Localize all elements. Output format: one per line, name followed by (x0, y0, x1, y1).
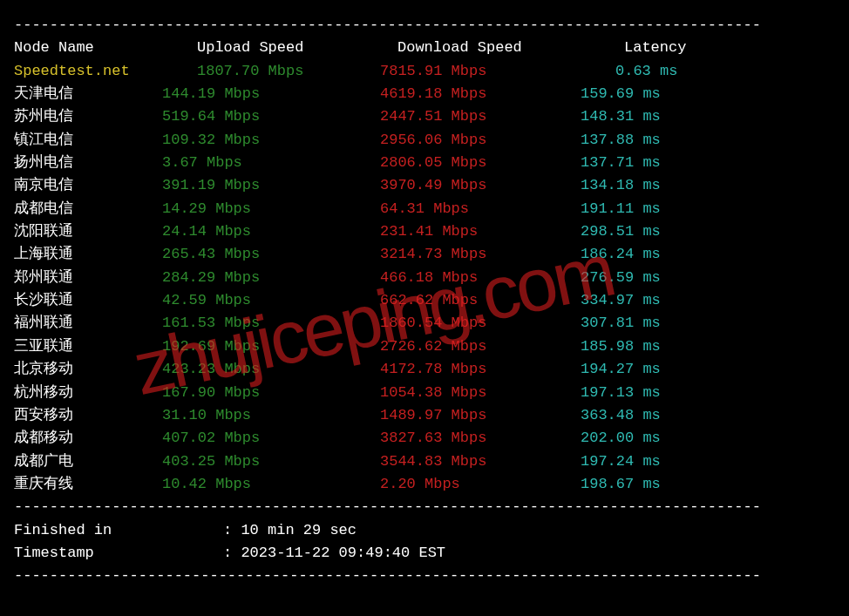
cell-latency: 194.27 ms (581, 358, 661, 381)
cell-node: 成都移动 (14, 427, 162, 450)
cell-download: 4619.18 Mbps (380, 83, 581, 105)
cell-latency: 185.98 ms (581, 335, 661, 358)
cell-download: 2447.51 Mbps (380, 105, 581, 128)
cell-download: 7815.91 Mbps (380, 60, 581, 83)
cell-upload: 423.23 Mbps (162, 358, 380, 381)
cell-upload: 14.29 Mbps (162, 198, 380, 220)
cell-node: 苏州电信 (14, 105, 162, 128)
footer-timestamp: Timestamp : 2023-11-22 09:49:40 EST (14, 542, 835, 565)
timestamp-label: Timestamp (14, 542, 223, 565)
table-row: 镇江电信109.32 Mbps2956.06 Mbps137.88 ms (14, 129, 835, 152)
cell-node: 西安移动 (14, 404, 162, 427)
cell-upload: 391.19 Mbps (162, 174, 380, 197)
cell-node: Speedtest.net (14, 60, 197, 83)
table-row: 成都电信14.29 Mbps64.31 Mbps191.11 ms (14, 198, 835, 220)
cell-node: 上海联通 (14, 243, 162, 266)
cell-latency: 137.88 ms (581, 129, 661, 152)
finished-value: : 10 min 29 sec (223, 519, 357, 542)
table-row: 上海联通265.43 Mbps3214.73 Mbps186.24 ms (14, 243, 835, 266)
table-row: 福州联通161.53 Mbps1860.54 Mbps307.81 ms (14, 312, 835, 335)
table-row: 长沙联通42.59 Mbps662.62 Mbps334.97 ms (14, 289, 835, 312)
divider-top: ----------------------------------------… (14, 14, 835, 37)
cell-latency: 198.67 ms (581, 473, 661, 496)
cell-upload: 109.32 Mbps (162, 129, 380, 152)
cell-node: 沈阳联通 (14, 220, 162, 243)
cell-node: 长沙联通 (14, 289, 162, 312)
table-row: 成都移动407.02 Mbps3827.63 Mbps202.00 ms (14, 427, 835, 450)
header-upload: Upload Speed (197, 37, 397, 59)
cell-upload: 3.67 Mbps (162, 152, 380, 174)
header-node: Node Name (14, 37, 197, 59)
cell-upload: 42.59 Mbps (162, 289, 380, 312)
cell-latency: 134.18 ms (581, 174, 661, 197)
cell-node: 杭州移动 (14, 382, 162, 404)
cell-latency: 137.71 ms (581, 152, 661, 174)
cell-latency: 159.69 ms (581, 83, 661, 105)
cell-latency: 148.31 ms (581, 105, 661, 128)
cell-download: 2726.62 Mbps (380, 335, 581, 358)
cell-upload: 167.90 Mbps (162, 382, 380, 404)
cell-download: 231.41 Mbps (380, 220, 581, 243)
cell-upload: 161.53 Mbps (162, 312, 380, 335)
table-row: Speedtest.net1807.70 Mbps7815.91 Mbps0.6… (14, 60, 835, 83)
cell-download: 662.62 Mbps (380, 289, 581, 312)
table-row: 重庆有线10.42 Mbps2.20 Mbps198.67 ms (14, 473, 835, 496)
cell-download: 3827.63 Mbps (380, 427, 581, 450)
cell-latency: 0.63 ms (581, 60, 677, 83)
cell-latency: 298.51 ms (581, 220, 661, 243)
table-row: 成都广电403.25 Mbps3544.83 Mbps197.24 ms (14, 450, 835, 473)
cell-download: 466.18 Mbps (380, 267, 581, 289)
cell-node: 北京移动 (14, 358, 162, 381)
cell-download: 2.20 Mbps (380, 473, 581, 496)
table-row: 南京电信391.19 Mbps3970.49 Mbps134.18 ms (14, 174, 835, 197)
table-row: 北京移动423.23 Mbps4172.78 Mbps194.27 ms (14, 358, 835, 381)
cell-download: 2806.05 Mbps (380, 152, 581, 174)
timestamp-value: : 2023-11-22 09:49:40 EST (223, 542, 445, 565)
cell-upload: 10.42 Mbps (162, 473, 380, 496)
table-body: Speedtest.net1807.70 Mbps7815.91 Mbps0.6… (14, 60, 835, 497)
cell-node: 成都广电 (14, 450, 162, 473)
table-row: 三亚联通192.69 Mbps2726.62 Mbps185.98 ms (14, 335, 835, 358)
finished-label: Finished in (14, 519, 223, 542)
cell-node: 郑州联通 (14, 267, 162, 289)
cell-download: 3544.83 Mbps (380, 450, 581, 473)
cell-download: 2956.06 Mbps (380, 129, 581, 152)
table-row: 沈阳联通24.14 Mbps231.41 Mbps298.51 ms (14, 220, 835, 243)
cell-node: 南京电信 (14, 174, 162, 197)
cell-download: 3970.49 Mbps (380, 174, 581, 197)
cell-upload: 265.43 Mbps (162, 243, 380, 266)
cell-latency: 186.24 ms (581, 243, 661, 266)
table-row: 天津电信144.19 Mbps4619.18 Mbps159.69 ms (14, 83, 835, 105)
footer-finished: Finished in : 10 min 29 sec (14, 519, 835, 542)
cell-latency: 197.24 ms (581, 450, 661, 473)
table-row: 杭州移动167.90 Mbps1054.38 Mbps197.13 ms (14, 382, 835, 404)
cell-latency: 202.00 ms (581, 427, 661, 450)
cell-node: 三亚联通 (14, 335, 162, 358)
cell-upload: 284.29 Mbps (162, 267, 380, 289)
table-header: Node Name Upload Speed Download Speed La… (14, 37, 835, 59)
cell-upload: 407.02 Mbps (162, 427, 380, 450)
table-row: 苏州电信519.64 Mbps2447.51 Mbps148.31 ms (14, 105, 835, 128)
cell-download: 1860.54 Mbps (380, 312, 581, 335)
table-row: 西安移动31.10 Mbps1489.97 Mbps363.48 ms (14, 404, 835, 427)
cell-upload: 31.10 Mbps (162, 404, 380, 427)
cell-upload: 519.64 Mbps (162, 105, 380, 128)
cell-node: 成都电信 (14, 198, 162, 220)
cell-upload: 403.25 Mbps (162, 450, 380, 473)
cell-upload: 192.69 Mbps (162, 335, 380, 358)
cell-node: 镇江电信 (14, 129, 162, 152)
divider-mid: ----------------------------------------… (14, 496, 835, 518)
cell-download: 1489.97 Mbps (380, 404, 581, 427)
table-row: 扬州电信3.67 Mbps2806.05 Mbps137.71 ms (14, 152, 835, 174)
header-download: Download Speed (397, 37, 624, 59)
table-row: 郑州联通284.29 Mbps466.18 Mbps276.59 ms (14, 267, 835, 289)
cell-latency: 363.48 ms (581, 404, 661, 427)
cell-latency: 276.59 ms (581, 267, 661, 289)
cell-latency: 307.81 ms (581, 312, 661, 335)
cell-download: 64.31 Mbps (380, 198, 581, 220)
cell-upload: 144.19 Mbps (162, 83, 380, 105)
cell-download: 3214.73 Mbps (380, 243, 581, 266)
cell-node: 重庆有线 (14, 473, 162, 496)
cell-latency: 197.13 ms (581, 382, 661, 404)
cell-node: 福州联通 (14, 312, 162, 335)
